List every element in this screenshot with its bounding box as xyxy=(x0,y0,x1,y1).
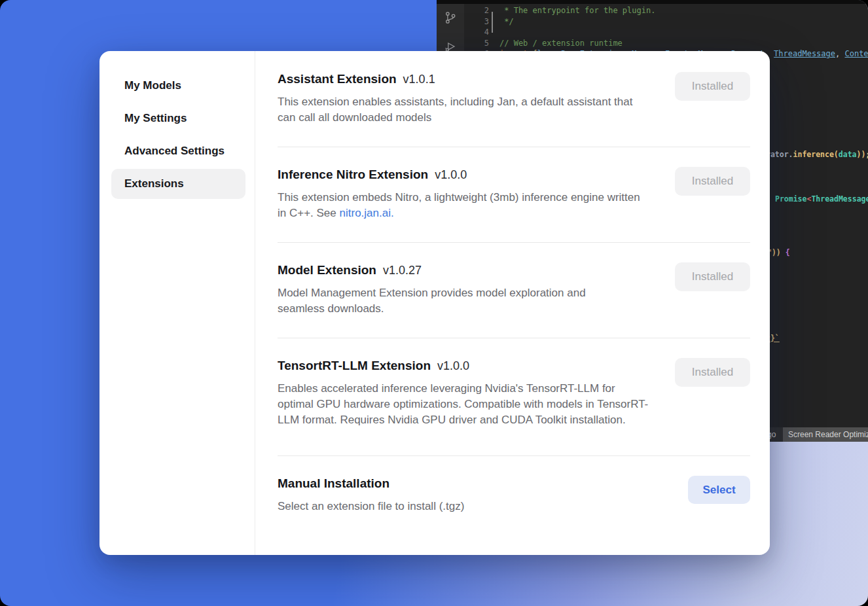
extension-name: Inference Nitro Extension xyxy=(278,168,428,182)
sidebar-item-advanced-settings[interactable]: Advanced Settings xyxy=(111,136,245,166)
manual-installation-title: Manual Installation xyxy=(278,476,750,491)
installed-button[interactable]: Installed xyxy=(675,262,750,291)
extension-name: Model Extension xyxy=(278,263,376,277)
extension-row-tensorrt: TensortRT-LLM Extension v1.0.0 Enables a… xyxy=(278,338,750,456)
extension-description: This extension embeds Nitro, a lightweig… xyxy=(278,190,651,221)
installed-button[interactable]: Installed xyxy=(675,167,750,196)
select-file-button[interactable]: Select xyxy=(688,476,750,504)
code-comment: */ xyxy=(499,16,868,27)
extension-description: Enables accelerated inference leveraging… xyxy=(278,381,651,428)
code-comment: // Web / extension runtime xyxy=(499,38,868,49)
manual-installation-description: Select an extension file to install (.tg… xyxy=(278,499,651,514)
installed-button[interactable]: Installed xyxy=(675,72,750,101)
text-cursor xyxy=(492,12,493,33)
installed-button[interactable]: Installed xyxy=(675,358,750,387)
code-fragment: rator.inference(data)); xyxy=(766,150,868,159)
manual-installation-row: Manual Installation Select an extension … xyxy=(278,456,750,535)
code-fragment: ")) { xyxy=(767,248,790,257)
desktop-background: 23456 * The entrypoint for the plugin. *… xyxy=(0,0,868,606)
extension-description: Model Management Extension provides mode… xyxy=(278,285,605,317)
settings-sidebar: My Models My Settings Advanced Settings … xyxy=(99,51,255,555)
editor-tab-bar xyxy=(437,0,868,4)
extension-version: v1.0.0 xyxy=(435,168,467,182)
extension-name: Assistant Extension xyxy=(278,72,397,86)
settings-panel: My Models My Settings Advanced Settings … xyxy=(99,51,770,555)
source-control-icon[interactable] xyxy=(443,10,458,25)
extension-row-nitro: Inference Nitro Extension v1.0.0 This ex… xyxy=(278,147,750,243)
code-comment: * The entrypoint for the plugin. xyxy=(499,5,868,16)
nitro-jan-ai-link[interactable]: nitro.jan.ai. xyxy=(340,207,394,219)
extension-version: v1.0.1 xyxy=(403,73,435,86)
sidebar-item-extensions[interactable]: Extensions xyxy=(111,169,245,199)
sidebar-item-my-models[interactable]: My Models xyxy=(111,71,245,101)
extension-row-assistant: Assistant Extension v1.0.1 This extensio… xyxy=(278,51,750,147)
extension-description: This extension enables assistants, inclu… xyxy=(278,94,651,126)
extension-row-model: Model Extension v1.0.27 Model Management… xyxy=(278,243,750,338)
sidebar-item-my-settings[interactable]: My Settings xyxy=(111,103,245,134)
extensions-list: Assistant Extension v1.0.1 This extensio… xyxy=(255,51,770,555)
screen-reader-status[interactable]: Screen Reader Optimized xyxy=(783,427,868,442)
code-fragment: Promise<ThreadMessage> xyxy=(775,194,868,204)
extension-version: v1.0.27 xyxy=(383,264,422,277)
extension-name: TensortRT-LLM Extension xyxy=(278,359,431,373)
extension-version: v1.0.0 xyxy=(437,359,469,373)
